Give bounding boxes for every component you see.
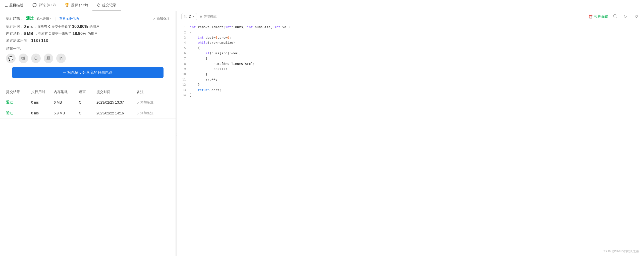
example-link[interactable]: 查看示例代码 — [59, 16, 79, 21]
share-section: 炫耀一下: 💬 微 Q 豆 — [6, 47, 170, 63]
douban-share-button[interactable]: 豆 — [44, 54, 53, 63]
detail-link[interactable]: 显示详情 › — [36, 16, 51, 21]
line-num-7: 7 — [177, 56, 190, 61]
time-desc: ，在所有 C 提交中击败了 — [34, 24, 71, 29]
tab-solutions[interactable]: 🏆 题解 (7.2k) — [60, 0, 93, 11]
smart-mode-label: 智能模式 — [203, 14, 217, 19]
time-value: 0 ms — [24, 24, 33, 29]
weibo-share-button[interactable]: 微 — [19, 54, 28, 63]
clock-icon: ⏰ — [588, 15, 593, 19]
line-code-5: { — [190, 46, 644, 51]
line-num-3: 3 — [177, 35, 190, 40]
line-code-2: { — [190, 30, 644, 35]
row2-add-note-button[interactable]: ▷ 添加备注 — [137, 111, 162, 115]
mem-value: 6 MB — [24, 31, 33, 36]
simulate-interview-button[interactable]: ⏰ 模拟面试 — [588, 14, 608, 19]
qq-share-button[interactable]: Q — [31, 54, 41, 63]
mem-suffix: 的用户 — [88, 31, 97, 36]
row2-mem: 5.9 MB — [54, 111, 79, 115]
line-code-6: if(nums[src]!=val) — [190, 51, 644, 56]
line-code-4: while(src<numsSize) — [190, 40, 644, 46]
line-num-14: 14 — [177, 93, 190, 98]
row1-date: 2023/02/25 13:37 — [96, 100, 137, 104]
row1-lang: C — [79, 100, 96, 104]
time-label: 执行用时： — [6, 24, 24, 29]
smart-mode-indicator: 智能模式 — [200, 14, 217, 19]
code-line-13: 13 return dest; — [177, 88, 644, 93]
code-line-5: 5 { — [177, 46, 644, 51]
line-code-13: return dest; — [190, 88, 644, 93]
row1-add-note-button[interactable]: ▷ 添加备注 — [137, 100, 162, 105]
tab-submissions[interactable]: ⏱ 提交记录 — [92, 0, 121, 11]
flag-icon-row2: ▷ — [137, 111, 139, 115]
result-label: 执行结果： — [6, 16, 24, 21]
right-panel: ⓘ C ▾ 智能模式 ⏰ 模拟面试 ⓘ ▷ — [177, 11, 644, 256]
flag-icon: ▷ — [153, 17, 155, 20]
wechat-share-button[interactable]: 💬 — [6, 54, 16, 63]
mem-percent: 18.90% — [73, 31, 86, 36]
chevron-down-icon: ▾ — [193, 15, 194, 18]
col-header-note: 备注 — [137, 90, 162, 94]
info-button[interactable]: ⓘ — [611, 13, 619, 20]
linkedin-icon: in — [60, 56, 63, 61]
info-icon: ⓘ — [184, 14, 187, 19]
line-code-9: dest++; — [190, 66, 644, 72]
line-num-9: 9 — [177, 67, 190, 71]
line-code-11: src++; — [190, 77, 644, 82]
time-stat-row: 执行用时： 0 ms ，在所有 C 提交中击败了 100.00% 的用户 — [6, 24, 170, 29]
mem-label: 内存消耗： — [6, 31, 24, 36]
time-suffix: 的用户 — [89, 24, 99, 29]
wechat-icon: 💬 — [8, 56, 13, 61]
language-label: C — [189, 15, 191, 19]
col-header-lang: 语言 — [79, 90, 96, 94]
line-code-3: int dest=0,src=0; — [190, 35, 644, 40]
language-selector[interactable]: ⓘ C ▾ — [181, 13, 197, 20]
reset-button[interactable]: ↺ — [632, 13, 640, 20]
code-line-6: 6 if(nums[src]!=val) — [177, 51, 644, 56]
col-header-mem: 内存消耗 — [54, 90, 79, 94]
row1-status[interactable]: 通过 — [6, 100, 31, 105]
line-num-2: 2 — [177, 30, 190, 35]
write-solution-button[interactable]: ✏ 写题解，分享我的解题思路 — [12, 67, 164, 78]
description-icon: ☰ — [5, 3, 8, 8]
test-case-row: 通过测试用例： 113 / 113 — [6, 38, 170, 43]
table-row: 通过 0 ms 5.9 MB C 2023/02/22 14:16 ▷ 添加备注 — [0, 108, 176, 119]
share-code-button[interactable]: ▷ — [622, 13, 629, 20]
time-percent: 100.00% — [72, 24, 88, 29]
share-label: 炫耀一下: — [6, 47, 170, 51]
tab-comments[interactable]: 💬 评论 (4.1k) — [28, 0, 60, 11]
row2-lang: C — [79, 111, 96, 115]
code-line-1: 1 int removeElement(int* nums, int numsS… — [177, 25, 644, 30]
tab-bar: ☰ 题目描述 💬 评论 (4.1k) 🏆 题解 (7.2k) ⏱ 提交记录 — [0, 0, 644, 11]
row2-status[interactable]: 通过 — [6, 111, 31, 115]
test-value: 113 / 113 — [31, 38, 48, 43]
qq-icon: Q — [34, 56, 37, 61]
code-line-7: 7 { — [177, 56, 644, 61]
line-num-4: 4 — [177, 40, 190, 45]
code-line-11: 11 src++; — [177, 77, 644, 82]
app-container: ☰ 题目描述 💬 评论 (4.1k) 🏆 题解 (7.2k) ⏱ 提交记录 执行… — [0, 0, 644, 256]
code-line-2: 2 { — [177, 30, 644, 35]
line-code-7: { — [190, 56, 644, 61]
code-line-14: 14 } — [177, 93, 644, 98]
col-header-time: 执行用时 — [31, 90, 54, 94]
line-num-12: 12 — [177, 82, 190, 87]
mem-desc: ，在所有 C 提交中击败了 — [35, 31, 72, 36]
share-icons: 💬 微 Q 豆 in — [6, 54, 170, 63]
col-header-status: 提交结果 — [6, 90, 31, 94]
execution-result-row: 执行结果： 通过 显示详情 › | 查看示例代码 ▷ 添加备注 — [6, 16, 170, 21]
row1-mem: 6 MB — [54, 100, 79, 104]
douban-icon: 豆 — [46, 56, 50, 61]
line-code-1: int removeElement(int* nums, int numsSiz… — [190, 25, 644, 30]
line-num-13: 13 — [177, 88, 190, 93]
linkedin-share-button[interactable]: in — [56, 54, 66, 63]
watermark: CSDN @Sherry的成长之路 — [603, 249, 639, 253]
table-header: 提交结果 执行用时 内存消耗 语言 提交时间 备注 — [0, 87, 176, 97]
code-editor[interactable]: 1 int removeElement(int* nums, int numsS… — [177, 22, 644, 256]
table-row: 通过 0 ms 6 MB C 2023/02/25 13:37 ▷ 添加备注 — [0, 97, 176, 108]
add-note-button[interactable]: ▷ 添加备注 — [153, 16, 170, 21]
tab-description[interactable]: ☰ 题目描述 — [0, 0, 28, 11]
solutions-icon: 🏆 — [65, 3, 70, 8]
left-panel: 执行结果： 通过 显示详情 › | 查看示例代码 ▷ 添加备注 执行用时： 0 … — [0, 11, 176, 256]
row2-time: 0 ms — [31, 111, 54, 115]
